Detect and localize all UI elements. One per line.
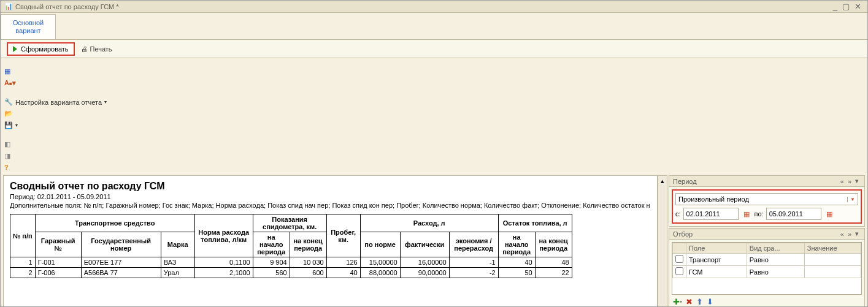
report-extra-fields: Дополнительные поля: № п/п; Гаражный ном…: [10, 202, 651, 209]
scroll-up-button[interactable]: ▴: [658, 176, 667, 186]
col-rem-start: на начало периода: [498, 232, 535, 257]
filter-grid: Поле Вид сра... Значение ТранспортРавноГ…: [672, 242, 862, 295]
remove-filter-button[interactable]: ✖: [686, 297, 693, 306]
panel2-button[interactable]: ◨: [1, 150, 14, 162]
grid-icon: ▦: [4, 67, 10, 75]
filter-panel: Отбор « » ▾ Поле Вид сра... Значение: [669, 228, 865, 307]
generate-label: Сформировать: [21, 45, 69, 53]
toolbar: Сформировать 🖨 Печать: [1, 40, 867, 58]
period-title: Период: [673, 178, 697, 185]
filter-checkbox[interactable]: [675, 267, 683, 275]
font-icon: A■▾: [4, 79, 16, 87]
report-title: Сводный отчет по расходу ГСМ: [10, 181, 651, 192]
col-rem-end: на конец периода: [535, 232, 572, 257]
col-bynorm: по норме: [360, 232, 400, 257]
settings-button[interactable]: 🔧 Настройка варианта отчета ▾: [1, 96, 110, 108]
panel-prev-icon[interactable]: «: [839, 230, 846, 238]
panel-collapse-icon[interactable]: ▾: [853, 177, 861, 185]
date-from-input[interactable]: 02.01.2011: [683, 208, 739, 220]
period-highlight-box: Произвольный период ▼ с: 02.01.2011 ▦ по…: [672, 189, 862, 224]
folder-icon: 📂: [4, 110, 13, 118]
minimize-button[interactable]: _: [831, 2, 840, 11]
filter-comp-col: Вид сра...: [747, 243, 804, 254]
open-folder-button[interactable]: 📂: [1, 108, 17, 119]
from-label: с:: [675, 210, 681, 218]
filter-check-col: [673, 243, 686, 254]
col-consumption: Расход, л: [360, 214, 498, 232]
app-icon: 📊: [4, 2, 13, 10]
table-row: 1Г-001Е007ЕЕ 177ВАЗ0,11009 90410 0301261…: [10, 257, 572, 268]
wrench-icon: 🔧: [4, 98, 13, 106]
period-type-value: Произвольный период: [678, 195, 749, 203]
calendar-icon[interactable]: ▦: [826, 210, 832, 218]
tabbar: Основной вариант: [1, 13, 867, 40]
font-button[interactable]: A■▾: [1, 77, 20, 89]
filter-row[interactable]: ГСМРавно: [673, 266, 861, 278]
period-panel: Период « » ▾ Произвольный период ▼ с:: [669, 175, 865, 227]
col-econ: экономия / перерасход: [449, 232, 498, 257]
help-button[interactable]: ?: [1, 162, 12, 173]
panel-icon: ◧: [4, 140, 10, 148]
col-state: Государственный номер: [81, 232, 161, 257]
col-mileage: Пробег, км.: [326, 214, 360, 257]
date-to-input[interactable]: 05.09.2011: [766, 208, 821, 220]
panel-next-icon[interactable]: »: [846, 178, 853, 185]
add-filter-button[interactable]: ✚▾: [673, 297, 682, 306]
col-odo-end: на конец периода: [290, 232, 326, 257]
tab-label: Основной вариант: [5, 19, 52, 35]
chevron-down-icon: ▼: [847, 197, 855, 202]
play-icon: [13, 46, 17, 52]
filter-field-col: Поле: [686, 243, 747, 254]
report-period: Период: 02.01.2011 - 05.09.2011: [10, 193, 651, 200]
print-icon: 🖨: [81, 45, 88, 53]
to-label: по:: [755, 210, 764, 218]
date-to-value: 05.09.2011: [769, 210, 803, 218]
filter-title: Отбор: [673, 230, 693, 238]
maximize-button[interactable]: ▢: [840, 2, 852, 11]
table-row: 2Г-006А566ВА 77Урал2,10005606004088,0000…: [10, 268, 572, 278]
move-down-button[interactable]: ⬇: [707, 297, 713, 306]
col-norm: Норма расхода топлива, л/км: [194, 214, 253, 257]
filter-value-col: Значение: [804, 243, 861, 254]
col-npp: № п/п: [10, 214, 36, 257]
col-brand: Марка: [161, 232, 194, 257]
panel-next-icon[interactable]: »: [846, 230, 853, 238]
titlebar: 📊 Сводный отчет по расходу ГСМ * _ ▢ ✕: [1, 1, 867, 13]
date-from-value: 02.01.2011: [686, 210, 720, 218]
filter-header: Отбор « » ▾: [669, 229, 864, 240]
generate-button[interactable]: Сформировать: [7, 42, 75, 56]
filter-checkbox[interactable]: [675, 255, 683, 263]
tab-main-variant[interactable]: Основной вариант: [1, 14, 56, 39]
move-up-button[interactable]: ⬆: [696, 297, 703, 306]
chevron-down-icon: ▾: [104, 99, 107, 105]
grid-button[interactable]: ▦: [1, 66, 14, 77]
report-area: Сводный отчет по расходу ГСМ Период: 02.…: [3, 175, 658, 307]
calendar-icon[interactable]: ▦: [743, 210, 750, 218]
help-icon: ?: [4, 164, 9, 171]
side-panel: Период « » ▾ Произвольный период ▼ с:: [669, 175, 865, 307]
col-actual: фактически: [400, 232, 449, 257]
panel-collapse-icon[interactable]: ▾: [853, 230, 861, 238]
print-label: Печать: [90, 45, 112, 53]
print-button[interactable]: 🖨 Печать: [77, 44, 116, 55]
close-button[interactable]: ✕: [852, 2, 864, 11]
panel-prev-icon[interactable]: «: [839, 178, 846, 185]
filter-row[interactable]: ТранспортРавно: [673, 254, 861, 266]
period-type-dropdown[interactable]: Произвольный период ▼: [675, 193, 858, 205]
col-odo-start: на начало периода: [253, 232, 290, 257]
save-button[interactable]: 💾▾: [1, 119, 21, 131]
settings-label: Настройка варианта отчета: [15, 99, 102, 106]
filter-toolbar: ✚▾ ✖ ⬆ ⬇: [672, 295, 862, 307]
panel-icon-2: ◨: [4, 152, 10, 160]
period-header: Период « » ▾: [669, 176, 864, 187]
col-remainder: Остаток топлива, л: [498, 214, 572, 232]
panel1-button[interactable]: ◧: [1, 138, 14, 150]
vertical-scrollbar[interactable]: ▴ ▾: [658, 175, 667, 307]
col-garage: Гаражный №: [35, 232, 81, 257]
window-title: Сводный отчет по расходу ГСМ *: [15, 3, 119, 10]
save-icon: 💾: [4, 121, 13, 129]
report-table: № п/п Транспортное средство Норма расход…: [10, 214, 572, 278]
col-vehicle: Транспортное средство: [35, 214, 194, 232]
col-odometer: Показания спидометра, км.: [253, 214, 326, 232]
